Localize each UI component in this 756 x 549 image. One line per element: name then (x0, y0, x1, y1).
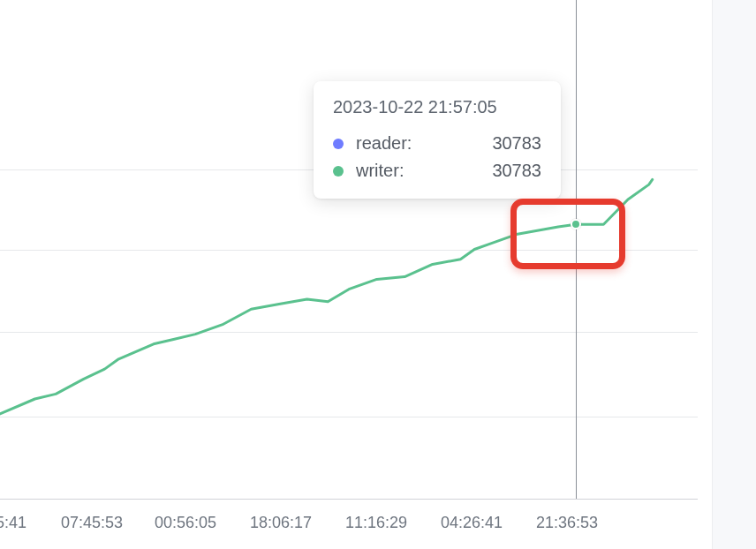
x-tick-label: 04:26:41 (441, 514, 503, 532)
x-tick-label: 00:56:05 (155, 514, 216, 532)
series-color-dot (333, 139, 344, 149)
x-tick-labels: 4:35:4107:45:5300:56:0518:06:1711:16:290… (0, 514, 698, 540)
annotation-highlight-box (510, 199, 625, 269)
tooltip-series-label: reader: (356, 133, 427, 154)
x-tick-label: 07:45:53 (61, 514, 123, 532)
x-axis-line (0, 499, 698, 500)
tooltip-series-value: 30783 (439, 133, 541, 154)
x-tick-label: 18:06:17 (250, 514, 312, 532)
series-color-dot (333, 166, 344, 177)
tooltip-row: writer:30783 (333, 157, 541, 184)
tooltip-series-value: 30783 (439, 161, 541, 181)
chart-tooltip: 2023-10-22 21:57:05 reader:30783writer:3… (314, 81, 561, 199)
tooltip-row: reader:30783 (333, 130, 541, 157)
x-tick-label: 11:16:29 (345, 514, 407, 532)
chart-area[interactable]: 4:35:4107:45:5300:56:0518:06:1711:16:290… (0, 0, 698, 549)
x-tick-label: 4:35:41 (0, 514, 26, 532)
tooltip-series-label: writer: (356, 161, 427, 181)
x-tick-label: 21:36:53 (536, 514, 598, 532)
tooltip-timestamp: 2023-10-22 21:57:05 (333, 97, 541, 117)
side-gutter (712, 0, 756, 549)
